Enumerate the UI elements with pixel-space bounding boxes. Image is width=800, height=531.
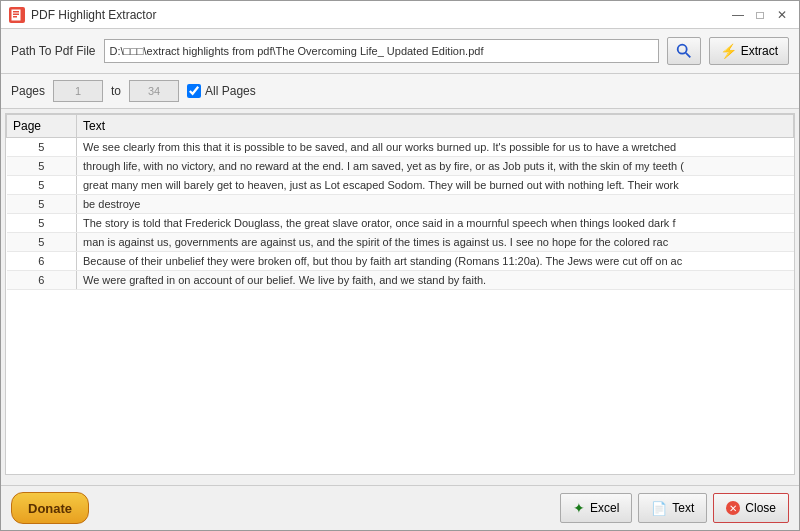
excel-button[interactable]: ✦ Excel xyxy=(560,493,632,523)
search-icon xyxy=(675,42,693,60)
cell-text: We were grafted in on account of our bel… xyxy=(77,271,794,290)
title-bar-left: PDF Highlight Extractor xyxy=(9,7,156,23)
text-label: Text xyxy=(672,501,694,515)
path-input[interactable] xyxy=(104,39,659,63)
cell-page: 5 xyxy=(7,176,77,195)
pages-label: Pages xyxy=(11,84,45,98)
svg-rect-1 xyxy=(13,11,19,13)
cell-text: be destroye xyxy=(77,195,794,214)
excel-icon: ✦ xyxy=(573,500,585,516)
cell-text: through life, with no victory, and no re… xyxy=(77,157,794,176)
table-row: 5 We see clearly from this that it is po… xyxy=(7,138,794,157)
main-window: PDF Highlight Extractor — □ ✕ Path To Pd… xyxy=(0,0,800,531)
table-row: 5 The story is told that Frederick Dougl… xyxy=(7,214,794,233)
extract-button[interactable]: ⚡ Extract xyxy=(709,37,789,65)
title-controls: — □ ✕ xyxy=(729,6,791,24)
to-label: to xyxy=(111,84,121,98)
cell-text: Because of their unbelief they were brok… xyxy=(77,252,794,271)
page-from-input[interactable] xyxy=(53,80,103,102)
cell-page: 5 xyxy=(7,195,77,214)
cell-page: 5 xyxy=(7,157,77,176)
search-button[interactable] xyxy=(667,37,701,65)
text-icon: 📄 xyxy=(651,501,667,516)
bottom-bar: Donate ✦ Excel 📄 Text ✕ Close xyxy=(1,485,799,530)
cell-text: man is against us, governments are again… xyxy=(77,233,794,252)
table-row: 5 through life, with no victory, and no … xyxy=(7,157,794,176)
maximize-button[interactable]: □ xyxy=(751,6,769,24)
cell-page: 6 xyxy=(7,252,77,271)
table-header-row: Page Text xyxy=(7,115,794,138)
app-icon xyxy=(9,7,25,23)
cell-page: 6 xyxy=(7,271,77,290)
title-bar: PDF Highlight Extractor — □ ✕ xyxy=(1,1,799,29)
extract-label: Extract xyxy=(741,44,778,58)
cell-page: 5 xyxy=(7,138,77,157)
excel-label: Excel xyxy=(590,501,619,515)
close-label: Close xyxy=(745,501,776,515)
path-label: Path To Pdf File xyxy=(11,44,96,58)
close-icon: ✕ xyxy=(726,501,740,515)
page-to-input[interactable] xyxy=(129,80,179,102)
svg-rect-2 xyxy=(13,13,19,15)
cell-page: 5 xyxy=(7,214,77,233)
table-row: 5 man is against us, governments are aga… xyxy=(7,233,794,252)
all-pages-text: All Pages xyxy=(205,84,256,98)
all-pages-label[interactable]: All Pages xyxy=(187,84,256,98)
table-row: 5 be destroye xyxy=(7,195,794,214)
cell-text: The story is told that Frederick Douglas… xyxy=(77,214,794,233)
col-page-header: Page xyxy=(7,115,77,138)
bottom-right-buttons: ✦ Excel 📄 Text ✕ Close xyxy=(560,493,789,523)
table-scroll[interactable]: Page Text 5 We see clearly from this tha… xyxy=(6,114,794,474)
table-row: 6 Because of their unbelief they were br… xyxy=(7,252,794,271)
window-title: PDF Highlight Extractor xyxy=(31,8,156,22)
cell-page: 5 xyxy=(7,233,77,252)
close-button[interactable]: ✕ Close xyxy=(713,493,789,523)
cell-text: great many men will barely get to heaven… xyxy=(77,176,794,195)
svg-line-5 xyxy=(685,53,690,58)
extract-icon: ⚡ xyxy=(720,43,737,59)
toolbar: Path To Pdf File ⚡ Extract xyxy=(1,29,799,74)
text-button[interactable]: 📄 Text xyxy=(638,493,707,523)
col-text-header: Text xyxy=(77,115,794,138)
donate-button[interactable]: Donate xyxy=(11,492,89,524)
close-window-button[interactable]: ✕ xyxy=(773,6,791,24)
pages-bar: Pages to All Pages xyxy=(1,74,799,109)
svg-rect-3 xyxy=(13,16,17,18)
table-container: Page Text 5 We see clearly from this tha… xyxy=(5,113,795,475)
table-row: 5 great many men will barely get to heav… xyxy=(7,176,794,195)
table-row: 6 We were grafted in on account of our b… xyxy=(7,271,794,290)
highlights-table: Page Text 5 We see clearly from this tha… xyxy=(6,114,794,290)
svg-point-4 xyxy=(677,45,686,54)
all-pages-checkbox[interactable] xyxy=(187,84,201,98)
cell-text: We see clearly from this that it is poss… xyxy=(77,138,794,157)
minimize-button[interactable]: — xyxy=(729,6,747,24)
